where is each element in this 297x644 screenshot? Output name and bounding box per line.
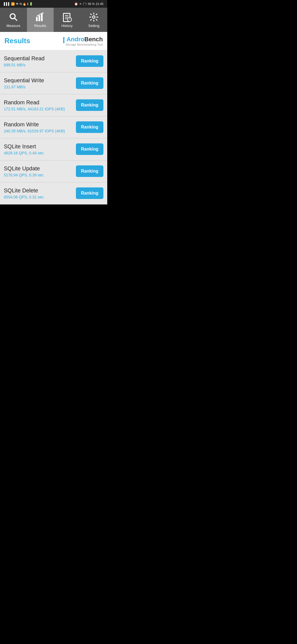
ranking-button-6[interactable]: Ranking	[76, 187, 103, 199]
brand-name1: Andro	[67, 36, 84, 43]
result-value: 899.51 MB/s	[4, 63, 76, 67]
result-item: Sequential Read 899.51 MB/s Ranking	[0, 50, 107, 72]
brand-subtitle: Storage Benchmarking Tool	[66, 43, 103, 46]
result-name: SQLite Insert	[4, 143, 76, 150]
svg-point-12	[93, 16, 95, 18]
result-info: Random Write 240.35 MB/s, 61529.97 IOPS …	[4, 121, 76, 133]
bluetooth-icon: ⨯	[79, 2, 82, 6]
ranking-button-1[interactable]: Ranking	[76, 77, 103, 89]
phone-wrapper: ▌▌▌ 📶 👁 N 🔥 ℹ 🔋 ⏰ ⨯ 📳 56 % 21:45 Measure	[0, 0, 107, 221]
result-name: Sequential Write	[4, 77, 76, 84]
ranking-button-4[interactable]: Ranking	[76, 143, 103, 155]
time-display: 21:45	[96, 2, 103, 6]
tab-history[interactable]: History	[54, 8, 81, 32]
setting-icon	[89, 12, 99, 22]
status-left: ▌▌▌ 📶 👁 N 🔥 ℹ 🔋	[4, 2, 33, 6]
tab-results[interactable]: Results	[27, 8, 54, 32]
svg-rect-2	[36, 17, 38, 21]
measure-icon	[9, 12, 18, 22]
nav-tabs: Measure Results History	[0, 8, 107, 32]
tab-setting-label: Setting	[88, 24, 99, 28]
ranking-button-5[interactable]: Ranking	[76, 165, 103, 177]
result-value: 172.51 MB/s, 44163.21 IOPS (4KB)	[4, 107, 76, 111]
result-name: SQLite Delete	[4, 187, 76, 194]
page-header: Results AndroBench Storage Benchmarking …	[0, 32, 107, 50]
result-value: 240.35 MB/s, 61529.97 IOPS (4KB)	[4, 129, 76, 133]
result-info: Sequential Read 899.51 MB/s	[4, 55, 76, 67]
fire-icon: 🔥	[23, 2, 26, 6]
result-item: SQLite Delete 6554.06 QPS, 0.31 sec Rank…	[0, 182, 107, 204]
result-item: SQLite Update 5176.94 QPS, 0.39 sec Rank…	[0, 160, 107, 182]
page-title: Results	[4, 37, 30, 45]
result-item: Sequential Write 231.67 MB/s Ranking	[0, 72, 107, 94]
result-info: SQLite Insert 4628.16 QPS, 0.44 sec	[4, 143, 76, 155]
signal-icon: ▌▌▌	[4, 2, 10, 6]
results-icon	[35, 12, 45, 22]
result-value: 4628.16 QPS, 0.44 sec	[4, 151, 76, 155]
battery-alert-icon: 🔋	[29, 2, 33, 6]
result-item: SQLite Insert 4628.16 QPS, 0.44 sec Rank…	[0, 138, 107, 160]
tab-setting[interactable]: Setting	[81, 8, 108, 32]
vibrate-icon: 📳	[83, 2, 87, 6]
ranking-button-2[interactable]: Ranking	[76, 99, 103, 111]
result-name: SQLite Update	[4, 165, 76, 172]
tab-history-label: History	[62, 24, 73, 28]
result-item: Random Read 172.51 MB/s, 44163.21 IOPS (…	[0, 94, 107, 116]
result-value: 231.67 MB/s	[4, 85, 76, 89]
result-value: 6554.06 QPS, 0.31 sec	[4, 195, 76, 199]
wifi-icon: 📶	[11, 2, 15, 6]
result-name: Sequential Read	[4, 55, 76, 62]
result-info: SQLite Delete 6554.06 QPS, 0.31 sec	[4, 187, 76, 199]
brand-text: AndroBench	[67, 36, 103, 43]
brand-name2: Bench	[84, 36, 103, 43]
brand-logo: AndroBench Storage Benchmarking Tool	[63, 36, 103, 46]
nfc-icon: N	[20, 2, 22, 6]
bottom-bar	[0, 204, 107, 221]
result-name: Random Write	[4, 121, 76, 128]
svg-rect-4	[41, 14, 43, 21]
result-value: 5176.94 QPS, 0.39 sec	[4, 173, 76, 177]
tab-results-label: Results	[34, 24, 46, 28]
logo-bar-icon	[63, 37, 64, 43]
results-list: Sequential Read 899.51 MB/s Ranking Sequ…	[0, 50, 107, 204]
battery-percent: 56 %	[88, 2, 95, 6]
history-icon	[62, 12, 72, 22]
result-name: Random Read	[4, 99, 76, 106]
result-item: Random Write 240.35 MB/s, 61529.97 IOPS …	[0, 116, 107, 138]
info-icon: ℹ	[27, 2, 28, 6]
brand-name: AndroBench	[63, 36, 103, 43]
alarm-icon: ⏰	[74, 2, 78, 6]
tab-measure[interactable]: Measure	[0, 8, 27, 32]
svg-rect-3	[38, 15, 40, 21]
ranking-button-3[interactable]: Ranking	[76, 121, 103, 133]
status-bar: ▌▌▌ 📶 👁 N 🔥 ℹ 🔋 ⏰ ⨯ 📳 56 % 21:45	[0, 0, 107, 8]
ranking-button-0[interactable]: Ranking	[76, 55, 103, 67]
result-info: Sequential Write 231.67 MB/s	[4, 77, 76, 89]
eye-icon: 👁	[16, 2, 19, 6]
result-info: SQLite Update 5176.94 QPS, 0.39 sec	[4, 165, 76, 177]
status-right: ⏰ ⨯ 📳 56 % 21:45	[74, 2, 103, 6]
result-info: Random Read 172.51 MB/s, 44163.21 IOPS (…	[4, 99, 76, 111]
svg-line-1	[15, 18, 17, 20]
tab-measure-label: Measure	[6, 24, 20, 28]
